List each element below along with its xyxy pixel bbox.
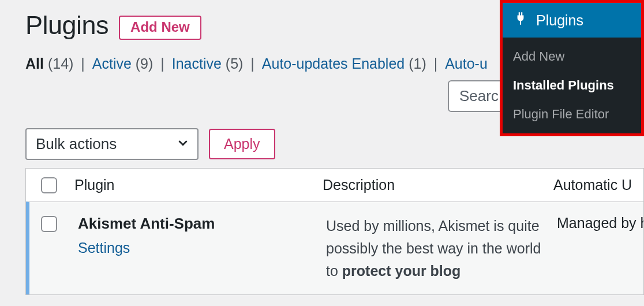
filter-separator: | bbox=[73, 55, 92, 72]
plugin-description: Used by millions, Akismet is quite possi… bbox=[324, 215, 555, 282]
admin-menu-item[interactable]: Installed Plugins bbox=[503, 71, 641, 100]
filter-separator: | bbox=[243, 55, 261, 72]
admin-menu-item[interactable]: Add New bbox=[503, 42, 641, 71]
filter-link-active[interactable]: Active bbox=[92, 55, 136, 72]
admin-menu-top[interactable]: Plugins bbox=[503, 3, 641, 38]
admin-menu-top-label: Plugins bbox=[536, 12, 583, 29]
page-title: Plugins bbox=[25, 10, 108, 40]
add-new-button[interactable]: Add New bbox=[119, 16, 201, 40]
plugin-name: Akismet Anti-Spam bbox=[78, 215, 324, 233]
filter-count: (1) bbox=[409, 55, 426, 72]
admin-menu-item[interactable]: Plugin File Editor bbox=[503, 100, 641, 129]
table-header-row: Plugin Description Automatic U bbox=[26, 169, 643, 201]
filter-separator: | bbox=[426, 55, 445, 72]
filter-link-auto-u[interactable]: Auto-u bbox=[445, 55, 488, 72]
col-auto-update: Automatic U bbox=[551, 177, 643, 193]
filter-count: (9) bbox=[136, 55, 153, 72]
filter-count: (14) bbox=[48, 55, 73, 72]
table-row: Akismet Anti-Spam Settings Used by milli… bbox=[26, 201, 643, 294]
select-all-checkbox[interactable] bbox=[41, 177, 57, 193]
filter-separator: | bbox=[153, 55, 171, 72]
bulk-actions-select[interactable]: Bulk actions bbox=[25, 128, 199, 160]
admin-menu-panel: Plugins Add NewInstalled PluginsPlugin F… bbox=[500, 0, 644, 136]
filter-link-inactive[interactable]: Inactive bbox=[172, 55, 226, 72]
settings-link[interactable]: Settings bbox=[78, 240, 130, 256]
plugins-table: Plugin Description Automatic U Akismet A… bbox=[25, 168, 644, 295]
row-checkbox[interactable] bbox=[41, 216, 57, 232]
filter-count: (5) bbox=[226, 55, 244, 72]
col-plugin: Plugin bbox=[72, 177, 320, 193]
plugin-icon bbox=[513, 11, 528, 29]
plugin-description-strong: protect your blog bbox=[342, 263, 461, 279]
apply-button[interactable]: Apply bbox=[209, 129, 275, 159]
col-description: Description bbox=[320, 177, 551, 193]
auto-update-status: Managed by h bbox=[555, 215, 643, 232]
bulk-actions-label: Bulk actions bbox=[36, 135, 117, 152]
filter-link-auto-updates-enabled[interactable]: Auto-updates Enabled bbox=[262, 55, 409, 72]
chevron-down-icon bbox=[177, 135, 189, 153]
filter-link-all[interactable]: All bbox=[25, 55, 48, 72]
